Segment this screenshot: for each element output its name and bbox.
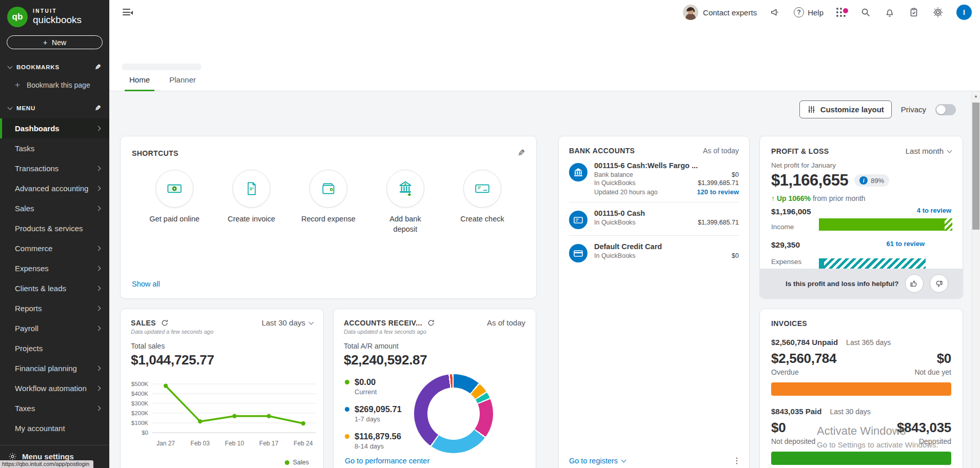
shortcuts-title: SHORTCUTS bbox=[132, 149, 179, 157]
expenses-review-link[interactable]: 61 to review bbox=[887, 240, 925, 248]
gear-icon bbox=[932, 7, 944, 18]
customize-layout-button[interactable]: Customize layout bbox=[799, 100, 892, 118]
income-amount: $1,196,005 bbox=[771, 207, 811, 216]
sidebar-item-projects[interactable]: Projects bbox=[0, 338, 109, 358]
profit-percent-badge[interactable]: i 89% bbox=[854, 174, 889, 187]
chevron-right-icon bbox=[96, 326, 101, 331]
apps-button[interactable] bbox=[836, 7, 847, 17]
apps-grid-icon bbox=[836, 7, 847, 17]
search-button[interactable] bbox=[860, 7, 871, 18]
contact-experts-button[interactable]: Contact experts bbox=[683, 5, 757, 20]
bank-row-value: $0 bbox=[732, 171, 739, 178]
bank-account-row[interactable]: 001115-6 Cash:Wells Fargo ...Bank balanc… bbox=[569, 155, 739, 202]
shortcut-create-check[interactable]: Create check bbox=[444, 170, 521, 235]
show-all-link[interactable]: Show all bbox=[132, 280, 160, 288]
edit-bookmarks-icon[interactable]: ✎ bbox=[94, 63, 101, 71]
thumbs-up-button[interactable] bbox=[905, 274, 924, 293]
feedback-megaphone-button[interactable] bbox=[770, 7, 781, 18]
settings-button[interactable] bbox=[932, 7, 944, 18]
sidebar-item-label: Sales bbox=[15, 204, 34, 213]
unpaid-period: Last 365 days bbox=[846, 338, 891, 347]
tab-home[interactable]: Home bbox=[125, 70, 154, 91]
bookmark-this-page[interactable]: + Bookmark this page bbox=[0, 80, 109, 90]
shortcut-create-invoice[interactable]: Create invoice bbox=[213, 170, 290, 235]
unpaid-bar[interactable] bbox=[771, 382, 951, 396]
shortcut-record-expense[interactable]: Record expense bbox=[290, 170, 367, 235]
to-review-link[interactable]: 120 to review bbox=[697, 188, 739, 196]
period-label: Last month bbox=[906, 147, 944, 155]
legend-dot bbox=[345, 407, 349, 412]
ar-donut-chart bbox=[414, 374, 493, 453]
vertical-scrollbar[interactable]: ▲ bbox=[971, 91, 980, 468]
chevron-right-icon bbox=[96, 186, 101, 191]
ar-legend-item: $116,879.568-14 days bbox=[345, 432, 402, 450]
dashboard-tabs: Home Planner bbox=[125, 70, 201, 91]
sidebar-item-sales[interactable]: Sales bbox=[0, 198, 109, 218]
sidebar-item-tasks[interactable]: Tasks bbox=[0, 138, 109, 158]
more-options-icon[interactable]: ⋮ bbox=[733, 456, 741, 465]
period-dropdown[interactable]: Last month bbox=[906, 147, 951, 155]
chevron-down-icon bbox=[8, 105, 13, 110]
sidebar-item-products-services[interactable]: Products & services bbox=[0, 218, 109, 238]
bank-account-row[interactable]: 001115-0 CashIn QuickBooks$1,399,685.71 bbox=[569, 202, 739, 236]
svg-text:$300K: $300K bbox=[131, 400, 149, 406]
notdeposited-label: Not deposited bbox=[771, 437, 815, 445]
sidebar-item-advanced-accounting[interactable]: Advanced accounting bbox=[0, 178, 109, 198]
invoice-icon bbox=[243, 180, 260, 197]
menu-settings[interactable]: Menu settings bbox=[0, 445, 109, 462]
help-button[interactable]: ? Help bbox=[794, 7, 824, 17]
unpaid-label: Unpaid bbox=[812, 338, 838, 347]
sidebar-item-transactions[interactable]: Transactions bbox=[0, 158, 109, 178]
megaphone-icon bbox=[770, 7, 781, 18]
refresh-icon[interactable] bbox=[427, 319, 435, 327]
sidebar-item-reports[interactable]: Reports bbox=[0, 298, 109, 318]
bookmarks-section-header[interactable]: BOOKMARKS ✎ bbox=[0, 63, 109, 71]
tab-planner[interactable]: Planner bbox=[165, 70, 201, 91]
collapse-sidebar-icon[interactable] bbox=[123, 9, 133, 16]
bank-account-name: 001115-6 Cash:Wells Fargo ... bbox=[594, 161, 739, 170]
feedback-question: Is this profit and loss info helpful? bbox=[786, 280, 899, 288]
sidebar-item-clients-leads[interactable]: Clients & leads bbox=[0, 278, 109, 298]
scroll-up-arrow-icon[interactable]: ▲ bbox=[972, 91, 980, 98]
sidebar-item-payroll[interactable]: Payroll bbox=[0, 318, 109, 338]
edit-shortcuts-icon[interactable]: ✎ bbox=[518, 148, 525, 158]
sales-legend: Sales bbox=[285, 459, 309, 466]
sales-updated-note: Data updated a few seconds ago bbox=[131, 329, 313, 335]
thumbs-down-button[interactable] bbox=[930, 274, 948, 293]
quickbooks-logo[interactable]: qb INTUIT quickbooks bbox=[0, 0, 109, 29]
performance-center-link[interactable]: Go to performance center bbox=[345, 457, 429, 465]
shortcut-add-bank-deposit[interactable]: Add bank deposit bbox=[367, 170, 444, 235]
svg-text:Jan 27: Jan 27 bbox=[156, 440, 175, 447]
shortcut-label: Create invoice bbox=[228, 214, 276, 224]
user-avatar[interactable]: I bbox=[956, 5, 972, 20]
overdue-amount: $2,560,784 bbox=[771, 351, 836, 367]
privacy-toggle[interactable] bbox=[935, 104, 956, 115]
tasks-button[interactable] bbox=[908, 7, 919, 18]
thumbs-up-icon bbox=[909, 279, 919, 289]
new-button[interactable]: + New bbox=[7, 35, 103, 49]
refresh-icon[interactable] bbox=[161, 319, 169, 327]
sidebar-item-commerce[interactable]: Commerce bbox=[0, 238, 109, 258]
privacy-label: Privacy bbox=[901, 105, 926, 114]
chevron-right-icon bbox=[96, 386, 101, 391]
sidebar-item-my-accountant[interactable]: My accountant bbox=[0, 418, 109, 438]
ar-legend-amount: $116,879.56 bbox=[355, 432, 401, 441]
trend-percent: Up 1066% bbox=[777, 194, 811, 202]
brand-intuit: INTUIT bbox=[33, 8, 82, 14]
sidebar-item-financial-planning[interactable]: Financial planning bbox=[0, 358, 109, 378]
paid-bar[interactable] bbox=[771, 452, 951, 465]
income-review-link[interactable]: 4 to review bbox=[917, 207, 951, 214]
edit-menu-icon[interactable]: ✎ bbox=[94, 104, 101, 112]
bank-account-row[interactable]: Default Credit CardIn QuickBooks$0 bbox=[569, 236, 739, 269]
go-to-registers-link[interactable]: Go to registers bbox=[569, 457, 625, 465]
sidebar-item-dashboards[interactable]: Dashboards bbox=[0, 118, 109, 138]
sales-period-dropdown[interactable]: Last 30 days bbox=[262, 318, 313, 327]
scrollbar-thumb[interactable] bbox=[972, 103, 979, 230]
sidebar-item-taxes[interactable]: Taxes bbox=[0, 398, 109, 418]
sidebar-item-workflow-automation[interactable]: Workflow automation bbox=[0, 378, 109, 398]
shortcut-get-paid-online[interactable]: Get paid online bbox=[136, 170, 213, 235]
ar-legend-label: 8-14 days bbox=[355, 442, 401, 450]
sidebar-item-expenses[interactable]: Expenses bbox=[0, 258, 109, 278]
menu-section-header[interactable]: MENU ✎ bbox=[0, 104, 109, 112]
notifications-button[interactable] bbox=[884, 7, 895, 18]
